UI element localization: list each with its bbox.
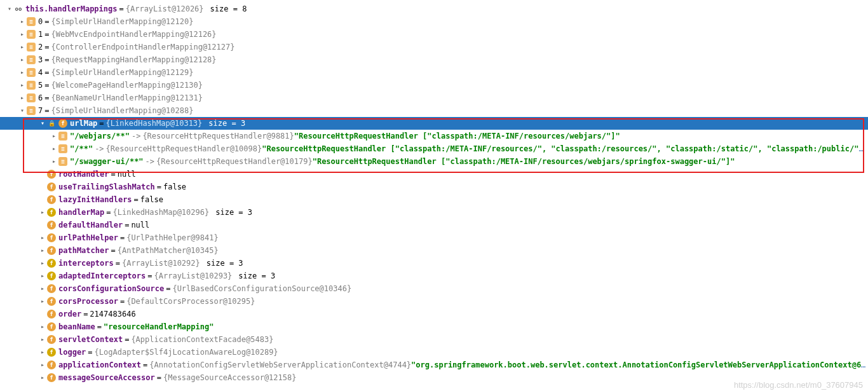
tree-row-field[interactable]: ▸flogger = {LogAdapter$Slf4jLocationAwar… bbox=[0, 346, 868, 359]
index-label: 4 bbox=[38, 66, 43, 79]
view-link[interactable]: … View bbox=[861, 359, 868, 371]
field-name: urlPathHelper bbox=[58, 231, 118, 244]
tree-row-field[interactable]: ▸fapplicationContext = {AnnotationConfig… bbox=[0, 359, 868, 371]
expand-arrow[interactable]: ▸ bbox=[50, 132, 58, 141]
type-label: {ResourceHttpRequestHandler@9881} bbox=[142, 130, 294, 142]
expand-arrow[interactable]: ▸ bbox=[38, 297, 47, 306]
type-label: {ArrayList@10293} bbox=[154, 270, 233, 282]
field-name: corsProcessor bbox=[58, 295, 118, 308]
expand-arrow[interactable]: ▸ bbox=[18, 93, 27, 102]
value-label: "ResourceHttpRequestHandler ["classpath:… bbox=[294, 130, 620, 142]
field-icon: f bbox=[47, 284, 56, 293]
type-label: {AntPathMatcher@10345} bbox=[118, 244, 219, 257]
element-icon: ≡ bbox=[27, 55, 36, 64]
field-icon: f bbox=[47, 271, 56, 280]
tree-row-field[interactable]: ▸frootHandler = null bbox=[0, 168, 868, 181]
expand-arrow[interactable]: ▸ bbox=[38, 259, 47, 268]
type-label: {SimpleUrlHandlerMapping@12129} bbox=[51, 66, 193, 79]
tree-row-field[interactable]: ▸fcorsConfigurationSource = {UrlBasedCor… bbox=[0, 282, 868, 295]
view-link[interactable]: … View bbox=[858, 142, 868, 155]
tree-row-field[interactable]: ▸furlPathHelper = {UrlPathHelper@9841} bbox=[0, 231, 868, 244]
type-label: {ControllerEndpointHandlerMapping@12127} bbox=[51, 41, 234, 53]
expand-arrow[interactable]: ▸ bbox=[38, 348, 47, 357]
field-icon: f bbox=[47, 182, 56, 191]
tree-row-field[interactable]: ▸flazyInitHandlers = false bbox=[0, 193, 868, 206]
expand-arrow[interactable]: ▸ bbox=[18, 68, 27, 77]
field-name: useTrailingSlashMatch bbox=[58, 181, 155, 193]
type-label: {WebMvcEndpointHandlerMapping@12126} bbox=[51, 28, 216, 41]
expand-arrow[interactable]: ▾ bbox=[5, 4, 14, 13]
element-icon: ≡ bbox=[27, 43, 36, 51]
expand-arrow[interactable]: ▸ bbox=[50, 157, 58, 166]
type-label: {MessageSourceAccessor@12158} bbox=[163, 371, 297, 384]
expand-arrow[interactable]: ▾ bbox=[38, 119, 47, 128]
element-icon: ≡ bbox=[27, 93, 36, 102]
tree-row-item[interactable]: ▸≡6={BeanNameUrlHandlerMapping@12131} bbox=[0, 92, 868, 104]
index-label: 6 bbox=[38, 92, 43, 104]
tree-row-field[interactable]: ▸finterceptors = {ArrayList@10292}size =… bbox=[0, 257, 868, 270]
expand-arrow[interactable]: ▸ bbox=[38, 208, 47, 217]
expand-arrow[interactable]: ▸ bbox=[38, 284, 47, 293]
value-label: "org.springframework.boot.web.servlet.co… bbox=[411, 359, 861, 371]
expand-arrow[interactable]: ▸ bbox=[38, 246, 47, 255]
field-icon: f bbox=[47, 246, 56, 255]
expand-arrow[interactable]: ▸ bbox=[18, 30, 27, 39]
expand-arrow[interactable]: ▸ bbox=[18, 55, 27, 64]
tree-row-entry[interactable]: ▸≡"/webjars/**"->{ResourceHttpRequestHan… bbox=[0, 130, 868, 142]
element-icon: ≡ bbox=[58, 132, 67, 141]
tree-row-field[interactable]: ▸forder = 2147483646 bbox=[0, 308, 868, 320]
watermark: https://blog.csdn.net/m0_37607945 bbox=[734, 380, 863, 390]
index-label: 3 bbox=[38, 53, 43, 66]
expand-arrow[interactable]: ▸ bbox=[18, 81, 27, 90]
type-label: {ApplicationContextFacade@5483} bbox=[131, 333, 273, 346]
map-key: "/swagger-ui/**" bbox=[70, 155, 144, 168]
expand-arrow[interactable]: ▸ bbox=[18, 43, 27, 51]
tree-row-field[interactable]: ▸fservletContext = {ApplicationContextFa… bbox=[0, 333, 868, 346]
expand-arrow[interactable]: ▸ bbox=[38, 271, 47, 280]
index-label: 5 bbox=[38, 79, 43, 92]
tree-row-item[interactable]: ▸≡4={SimpleUrlHandlerMapping@12129} bbox=[0, 66, 868, 79]
tree-row-root[interactable]: ▾ oo this.handlerMappings = {ArrayList@1… bbox=[0, 3, 868, 15]
value-label: false bbox=[163, 181, 186, 193]
tree-row-field[interactable]: ▸fadaptedInterceptors = {ArrayList@10293… bbox=[0, 270, 868, 282]
expand-arrow[interactable]: ▸ bbox=[38, 335, 47, 344]
tree-row-field[interactable]: ▸fcorsProcessor = {DefaultCorsProcessor@… bbox=[0, 295, 868, 308]
field-icon: f bbox=[47, 195, 56, 204]
type-label: {AnnotationConfigServletWebServerApplica… bbox=[149, 359, 411, 371]
type-label: {DefaultCorsProcessor@10295} bbox=[126, 295, 255, 308]
field-name: lazyInitHandlers bbox=[58, 193, 132, 206]
expand-arrow[interactable]: ▸ bbox=[38, 233, 47, 242]
type-label: {UrlPathHelper@9841} bbox=[126, 231, 219, 244]
expand-arrow[interactable]: ▸ bbox=[50, 144, 58, 153]
tree-row-field[interactable]: ▸fdefaultHandler = null bbox=[0, 219, 868, 231]
expand-arrow[interactable]: ▾ bbox=[18, 106, 27, 115]
element-icon: ≡ bbox=[27, 17, 36, 26]
field-icon: f bbox=[47, 322, 56, 331]
tree-row-field[interactable]: ▸fuseTrailingSlashMatch = false bbox=[0, 181, 868, 193]
field-icon: f bbox=[47, 170, 56, 179]
tree-row-item[interactable]: ▸≡1={WebMvcEndpointHandlerMapping@12126} bbox=[0, 28, 868, 41]
tree-row-item[interactable]: ▸≡2={ControllerEndpointHandlerMapping@12… bbox=[0, 41, 868, 53]
tree-row-item[interactable]: ▸≡5={WelcomePageHandlerMapping@12130} bbox=[0, 79, 868, 92]
type-label: {SimpleUrlHandlerMapping@12120} bbox=[51, 15, 193, 28]
expand-arrow[interactable]: ▸ bbox=[38, 373, 47, 382]
tree-row-field[interactable]: ▸fhandlerMap = {LinkedHashMap@10296}size… bbox=[0, 206, 868, 219]
tree-row-entry[interactable]: ▸≡"/**"->{ResourceHttpRequestHandler@100… bbox=[0, 142, 868, 155]
tree-row-urlmap[interactable]: ▾ 🔒 f urlMap = {LinkedHashMap@10313} siz… bbox=[0, 117, 868, 130]
expand-arrow[interactable]: ▸ bbox=[18, 17, 27, 26]
tree-row-field[interactable]: ▸fbeanName = "resourceHandlerMapping" bbox=[0, 320, 868, 333]
type-label: {ResourceHttpRequestHandler@10098} bbox=[106, 142, 262, 155]
tree-row-item[interactable]: ▾≡7={SimpleUrlHandlerMapping@10288} bbox=[0, 104, 868, 117]
tree-row-item[interactable]: ▸≡0={SimpleUrlHandlerMapping@12120} bbox=[0, 15, 868, 28]
expand-arrow[interactable]: ▸ bbox=[38, 322, 47, 331]
tree-row-item[interactable]: ▸≡3={RequestMappingHandlerMapping@12128} bbox=[0, 53, 868, 66]
element-icon: ≡ bbox=[58, 144, 67, 153]
field-name: handlerMap bbox=[58, 206, 104, 219]
element-icon: ≡ bbox=[27, 30, 36, 39]
expand-arrow[interactable]: ▸ bbox=[38, 360, 47, 369]
tree-row-entry[interactable]: ▸≡"/swagger-ui/**"->{ResourceHttpRequest… bbox=[0, 155, 868, 168]
tree-row-field[interactable]: ▸fpathMatcher = {AntPathMatcher@10345} bbox=[0, 244, 868, 257]
type-label: {BeanNameUrlHandlerMapping@12131} bbox=[51, 92, 202, 104]
arrow-icon: -> bbox=[93, 142, 105, 155]
type-label: {SimpleUrlHandlerMapping@10288} bbox=[51, 104, 193, 117]
